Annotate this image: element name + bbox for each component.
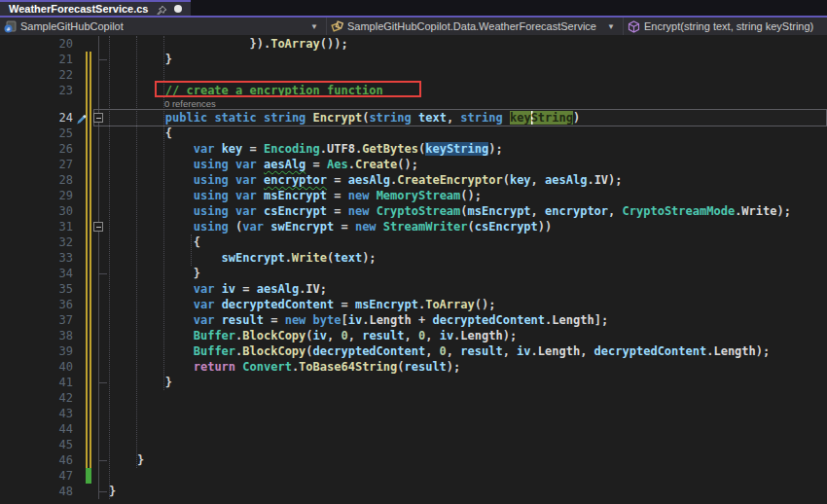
code-line[interactable]: 40 return Convert.ToBase64String(result)… [0, 359, 827, 375]
breadcrumb-project-dropdown[interactable]: # SampleGitHubCopilot ▼ [0, 18, 326, 35]
line-number[interactable]: 29 [0, 188, 73, 203]
code-line[interactable]: 41 } [0, 375, 827, 390]
code-text: return Convert.ToBase64String(result); [109, 359, 460, 375]
line-number[interactable]: 40 [0, 359, 73, 375]
code-text: using var aesAlg = Aes.Create(); [109, 157, 418, 172]
code-editor[interactable]: 20 }).ToArray());21 }2223 // create a en… [0, 35, 827, 504]
code-line[interactable]: 20 }).ToArray()); [0, 36, 827, 52]
line-number[interactable]: 20 [0, 36, 73, 52]
fold-toggle-collapse-icon[interactable] [93, 113, 103, 123]
breadcrumb-bar: # SampleGitHubCopilot ▼ SampleGitHubCopi… [0, 18, 827, 35]
code-line[interactable]: 27 using var aesAlg = Aes.Create(); [0, 157, 827, 172]
line-number[interactable]: 21 [0, 52, 73, 67]
code-line[interactable]: 46 } [0, 452, 827, 468]
code-text: }).ToArray()); [109, 36, 348, 52]
fold-end-tick [99, 273, 107, 274]
code-rows: 20 }).ToArray());21 }2223 // create a en… [0, 36, 827, 499]
code-line[interactable]: 48} [0, 484, 827, 499]
line-number[interactable]: 27 [0, 157, 73, 172]
code-text: { [109, 234, 200, 250]
line-number[interactable]: 23 [0, 83, 73, 98]
line-number[interactable]: 25 [0, 126, 73, 141]
code-text: using var encryptor = aesAlg.CreateEncry… [109, 172, 623, 188]
fold-toggle-collapse-icon[interactable] [93, 222, 103, 232]
line-number[interactable]: 43 [0, 406, 73, 421]
line-number[interactable]: 45 [0, 437, 73, 452]
fold-end-tick [99, 460, 107, 461]
code-line[interactable]: 36 var decryptedContent = msEncrypt.ToAr… [0, 297, 827, 312]
code-line[interactable]: 26 var key = Encoding.UTF8.GetBytes(keyS… [0, 141, 827, 157]
line-number[interactable]: 48 [0, 484, 73, 499]
line-number[interactable]: 28 [0, 172, 73, 188]
fold-end-tick [99, 59, 107, 60]
code-line[interactable]: 32 { [0, 234, 827, 250]
indent-guide [109, 36, 110, 499]
code-line[interactable]: 25 { [0, 126, 827, 141]
dropdown-caret-icon: ▼ [310, 22, 322, 31]
line-number[interactable]: 22 [0, 67, 73, 83]
line-number[interactable]: 26 [0, 141, 73, 157]
breadcrumb-member-label: Encrypt(string text, string keyString) [644, 20, 813, 32]
code-line[interactable]: 38 Buffer.BlockCopy(iv, 0, result, 0, iv… [0, 328, 827, 343]
fold-end-tick [99, 491, 107, 492]
code-line[interactable]: 43 [0, 406, 827, 421]
breadcrumb-class-dropdown[interactable]: SampleGitHubCopilot.Data.WeatherForecast… [326, 18, 623, 35]
code-line[interactable]: 45 [0, 437, 827, 452]
code-line[interactable]: 29 using var msEncrypt = new MemoryStrea… [0, 188, 827, 203]
line-number[interactable]: 46 [0, 452, 73, 468]
indent-guide [136, 36, 137, 468]
line-number[interactable]: 35 [0, 281, 73, 297]
code-line[interactable]: 47 [0, 468, 827, 484]
code-text: using var msEncrypt = new MemoryStream()… [109, 188, 482, 203]
code-line[interactable]: 30 using var csEncrypt = new CryptoStrea… [0, 203, 827, 219]
red-annotation-box [155, 81, 421, 97]
code-line[interactable]: 39 Buffer.BlockCopy(decryptedContent, 0,… [0, 343, 827, 359]
modified-dot-icon[interactable] [174, 5, 182, 13]
line-number[interactable]: 30 [0, 203, 73, 219]
code-text: var decryptedContent = msEncrypt.ToArray… [109, 297, 495, 312]
line-number[interactable]: 42 [0, 390, 73, 406]
pin-icon[interactable] [156, 3, 167, 15]
current-line-border [93, 109, 827, 126]
code-text: using var csEncrypt = new CryptoStream(m… [109, 203, 791, 219]
code-text: var iv = aesAlg.IV; [109, 281, 327, 297]
code-text: Buffer.BlockCopy(decryptedContent, 0, re… [109, 343, 770, 359]
line-number[interactable]: 39 [0, 343, 73, 359]
code-line[interactable]: 33 swEncrypt.Write(text); [0, 250, 827, 266]
code-line[interactable]: 35 var iv = aesAlg.IV; [0, 281, 827, 297]
line-number[interactable]: 33 [0, 250, 73, 266]
code-line[interactable]: 34 } [0, 266, 827, 281]
line-number[interactable]: 36 [0, 297, 73, 312]
edit-pen-icon[interactable] [75, 112, 89, 125]
outlining-margin-line [98, 36, 99, 499]
method-icon [628, 20, 640, 33]
csproj-icon: # [4, 20, 17, 33]
line-number[interactable]: 47 [0, 468, 73, 484]
line-number[interactable]: 41 [0, 375, 73, 390]
code-text: } [109, 484, 116, 499]
tab-bar: WeatherForecastService.cs [0, 0, 827, 18]
code-line[interactable]: 28 using var encryptor = aesAlg.CreateEn… [0, 172, 827, 188]
breadcrumb-project-label: SampleGitHubCopilot [20, 20, 124, 32]
code-text: var result = new byte[iv.Length + decryp… [109, 312, 608, 328]
line-number[interactable]: 32 [0, 234, 73, 250]
code-line[interactable]: 21 } [0, 52, 827, 67]
code-line[interactable]: 37 var result = new byte[iv.Length + dec… [0, 312, 827, 328]
change-bar-saved [86, 468, 91, 484]
line-number[interactable]: 34 [0, 266, 73, 281]
line-number[interactable]: 38 [0, 328, 73, 343]
fold-end-tick [99, 382, 107, 383]
code-line[interactable]: 44 [0, 421, 827, 437]
tab-weatherforecastservice[interactable]: WeatherForecastService.cs [0, 0, 191, 16]
code-text: } [109, 266, 200, 281]
tab-title: WeatherForecastService.cs [9, 3, 149, 15]
code-text: using (var swEncrypt = new StreamWriter(… [109, 219, 552, 234]
vs-editor-window: WeatherForecastService.cs # SampleGitHub… [0, 0, 827, 504]
line-number[interactable]: 37 [0, 312, 73, 328]
line-number[interactable]: 44 [0, 421, 73, 437]
code-line[interactable]: 31 using (var swEncrypt = new StreamWrit… [0, 219, 827, 234]
line-number[interactable]: 31 [0, 219, 73, 234]
code-line[interactable]: 42 [0, 390, 827, 406]
breadcrumb-member-dropdown[interactable]: Encrypt(string text, string keyString) [623, 18, 827, 35]
line-number[interactable]: 24 [0, 110, 73, 126]
